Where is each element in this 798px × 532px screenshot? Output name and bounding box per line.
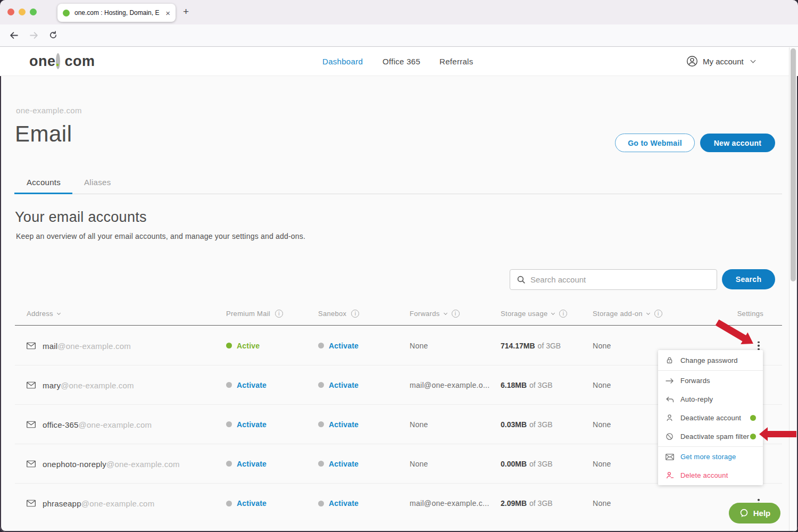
column-header-address[interactable]: Address (27, 310, 60, 318)
column-header-storage-addon[interactable]: Storage add-on (593, 310, 662, 318)
sort-chevron-icon (551, 311, 555, 314)
search-input[interactable] (530, 275, 710, 284)
search-button[interactable]: Search (722, 269, 775, 289)
storage-used: 2.09MB (501, 499, 527, 508)
table-row-phraseapp: phraseapp@one-example.com Activate Activ… (15, 484, 782, 523)
reply-arrow-icon (665, 396, 674, 403)
minimize-window-button[interactable] (19, 9, 26, 15)
browser-toolbar: https://www.one.com/admin/mail/overview.… (0, 24, 798, 47)
sanebox-activate-link[interactable]: Activate (329, 499, 359, 508)
browser-window: one.com : Hosting, Domain, Ema https://w… (0, 0, 798, 532)
storage-used: 714.17MB (501, 342, 535, 350)
person-icon (686, 55, 698, 67)
status-dot (318, 382, 324, 388)
nav-office-365[interactable]: Office 365 (383, 57, 420, 66)
premium-activate-link[interactable]: Activate (237, 381, 267, 389)
addon-value: None (593, 420, 611, 429)
menu-item-delete-account[interactable]: Delete account (658, 466, 763, 485)
site-header: one.com Dashboard Office 365 Referrals M… (0, 47, 798, 76)
info-icon[interactable] (654, 310, 662, 318)
sanebox-activate-link[interactable]: Activate (329, 342, 359, 350)
search-icon (517, 275, 526, 284)
email-address: onephoto-noreply (43, 459, 106, 468)
menu-item-auto-reply[interactable]: Auto-reply (658, 390, 763, 409)
email-address: mail (43, 341, 57, 350)
forwards-value: mail@one-example.c... (410, 499, 489, 508)
menu-divider (658, 370, 763, 371)
arrow-right-icon (665, 378, 674, 384)
premium-activate-link[interactable]: Activate (237, 420, 267, 429)
chevron-down-icon (750, 57, 755, 63)
enabled-indicator-dot (750, 415, 756, 421)
email-address: office-365 (43, 420, 79, 429)
tab-close-icon[interactable] (165, 9, 170, 17)
status-dot (226, 421, 232, 427)
menu-item-deactivate-spam-filter[interactable]: Deactivate spam filter (658, 427, 763, 446)
nav-dashboard[interactable]: Dashboard (322, 57, 363, 66)
menu-item-change-password[interactable]: Change password (658, 351, 763, 370)
one-com-logo[interactable]: one.com (29, 53, 95, 70)
page-scrollbar[interactable] (789, 47, 797, 531)
settings-context-menu: Change password Forwards Auto-reply Deac… (658, 350, 763, 485)
storage-used: 0.03MB (501, 420, 527, 429)
my-account-menu[interactable]: My account (686, 55, 755, 67)
scrollbar-thumb[interactable] (791, 48, 796, 281)
premium-activate-link[interactable]: Activate (237, 499, 267, 508)
status-dot (318, 461, 324, 467)
sanebox-activate-link[interactable]: Activate (329, 420, 359, 429)
sanebox-activate-link[interactable]: Activate (329, 381, 359, 389)
domain-label: one-example.com (16, 106, 82, 115)
info-icon[interactable] (351, 310, 359, 318)
help-button[interactable]: Help (729, 503, 780, 523)
sort-chevron-icon (444, 311, 447, 314)
help-label: Help (753, 509, 771, 518)
nav-referrals[interactable]: Referrals (439, 57, 473, 66)
envelope-icon (27, 460, 36, 467)
browser-tab-bar: one.com : Hosting, Domain, Ema (0, 0, 798, 24)
tab-title: one.com : Hosting, Domain, Ema (74, 9, 160, 16)
close-window-button[interactable] (7, 9, 14, 15)
sanebox-activate-link[interactable]: Activate (329, 460, 359, 468)
storage-used: 6.18MB (501, 381, 527, 389)
sort-chevron-icon (646, 311, 650, 314)
menu-item-get-more-storage[interactable]: Get more storage (658, 447, 763, 466)
tab-aliases[interactable]: Aliases (84, 178, 111, 187)
info-icon[interactable] (275, 310, 283, 318)
envelope-icon (27, 500, 36, 507)
chat-bubble-icon (739, 508, 749, 518)
active-tab-underline (14, 193, 72, 194)
status-dot (226, 343, 232, 348)
premium-activate-link[interactable]: Activate (237, 460, 267, 468)
column-header-forwards[interactable]: Forwards (410, 310, 460, 318)
forwards-value: None (410, 342, 428, 350)
section-subtitle: Keep an overview of all your email accou… (16, 232, 305, 240)
new-tab-button[interactable] (183, 6, 189, 18)
envelope-icon (27, 342, 36, 349)
forward-button[interactable] (29, 31, 38, 40)
column-header-premium-mail: Premium Mail (226, 310, 283, 318)
search-box[interactable] (510, 269, 717, 290)
browser-tab[interactable]: one.com : Hosting, Domain, Ema (57, 4, 176, 22)
tabs-divider (15, 194, 782, 194)
reload-icon[interactable] (49, 31, 57, 39)
forwards-value: None (410, 460, 428, 468)
addon-value: None (593, 499, 611, 508)
my-account-label: My account (703, 57, 744, 66)
menu-item-forwards[interactable]: Forwards (658, 371, 763, 390)
tab-accounts[interactable]: Accounts (27, 178, 61, 187)
table-header-divider (15, 325, 782, 326)
envelope-icon (27, 421, 36, 428)
go-to-webmail-button[interactable]: Go to Webmail (615, 134, 695, 152)
menu-divider (658, 446, 763, 447)
maximize-window-button[interactable] (30, 9, 37, 15)
new-account-button[interactable]: New account (700, 134, 775, 152)
info-icon[interactable] (452, 310, 460, 318)
menu-item-deactivate-account[interactable]: Deactivate account (658, 409, 763, 427)
envelope-icon (665, 454, 674, 460)
column-header-storage-usage[interactable]: Storage usage (501, 310, 567, 318)
back-button[interactable] (10, 31, 19, 40)
block-icon (665, 433, 674, 440)
info-icon[interactable] (559, 310, 567, 318)
site-favicon-icon (63, 10, 70, 16)
sort-chevron-icon (57, 311, 61, 314)
